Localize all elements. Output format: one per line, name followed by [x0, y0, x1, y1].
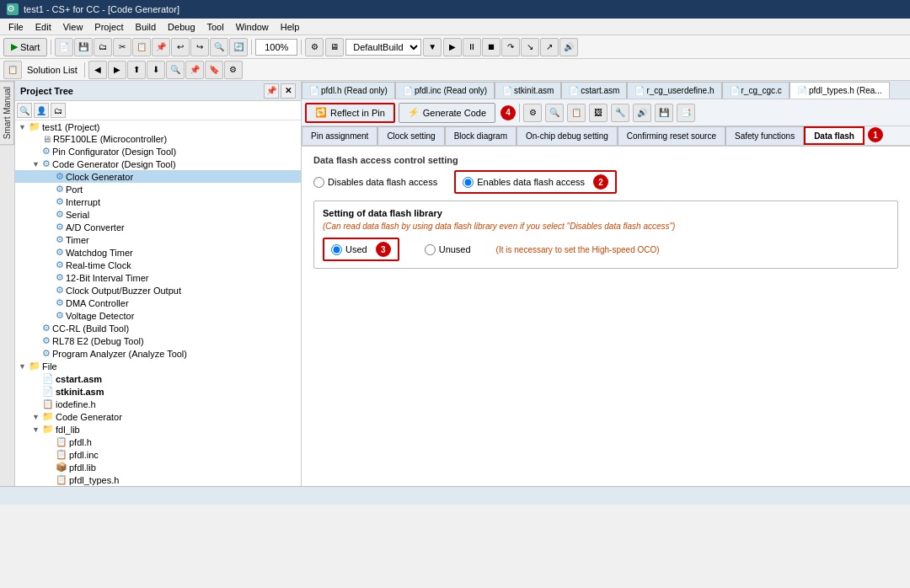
- config-icon-btn2[interactable]: 🖥: [325, 38, 344, 56]
- tab-data-flash[interactable]: Data flash: [804, 126, 864, 145]
- tb2-btn4[interactable]: ⬇: [147, 61, 165, 79]
- tree-item-port[interactable]: ⚙ Port: [15, 183, 301, 195]
- build-config-select[interactable]: DefaultBuild: [345, 39, 421, 56]
- tree-item-interrupt[interactable]: ⚙ Interrupt: [15, 195, 301, 208]
- tree-item-rl78[interactable]: ⚙ RL78 E2 (Debug Tool): [15, 334, 301, 347]
- used-radio[interactable]: [331, 244, 342, 255]
- menu-help[interactable]: Help: [276, 21, 305, 33]
- tab-pin-assignment[interactable]: Pin assignment: [302, 126, 377, 145]
- dropdown-arrow[interactable]: ▼: [423, 38, 442, 56]
- tb2-btn1[interactable]: ◀: [88, 61, 107, 79]
- tree-item-watchdog[interactable]: ⚙ Watchdog Timer: [15, 246, 301, 259]
- menu-tool[interactable]: Tool: [202, 21, 229, 33]
- menu-project[interactable]: Project: [89, 21, 128, 33]
- tree-item-cstart[interactable]: 📄 cstart.asm: [15, 372, 301, 385]
- undo-btn[interactable]: ↩: [171, 38, 190, 56]
- disable-radio[interactable]: [313, 177, 324, 188]
- tree-item-dma[interactable]: ⚙ DMA Controller: [15, 297, 301, 309]
- tree-item-cc-rl[interactable]: ⚙ CC-RL (Build Tool): [15, 322, 301, 334]
- copy-btn[interactable]: 📋: [132, 38, 151, 56]
- tree-item-pfdl-inc[interactable]: 📋 pfdl.inc: [15, 448, 301, 461]
- menu-window[interactable]: Window: [231, 21, 274, 33]
- enable-radio-label[interactable]: Enables data flash access: [463, 177, 585, 188]
- tool-btn1[interactable]: ⚙: [523, 104, 542, 122]
- unused-radio-label[interactable]: Unused: [425, 244, 471, 255]
- debug-btn7[interactable]: 🔊: [559, 38, 578, 56]
- smart-manual-tab[interactable]: Smart Manual: [0, 81, 14, 145]
- tab-onchip-debug[interactable]: On-chip debug setting: [517, 126, 618, 145]
- tb2-btn7[interactable]: 🔖: [205, 61, 223, 79]
- menu-build[interactable]: Build: [131, 21, 161, 33]
- start-button[interactable]: ▶ Start: [3, 38, 47, 56]
- menu-file[interactable]: File: [3, 21, 29, 33]
- file-tab-pfdl-types[interactable]: 📄 pfdl_types.h (Rea...: [790, 82, 890, 99]
- tree-item-code-gen[interactable]: ▼ ⚙ Code Generator (Design Tool): [15, 158, 301, 170]
- tree-item-clock-out[interactable]: ⚙ Clock Output/Buzzer Output: [15, 284, 301, 297]
- replace-btn[interactable]: 🔄: [229, 38, 248, 56]
- find-btn[interactable]: 🔍: [210, 38, 228, 56]
- enable-radio[interactable]: [463, 177, 474, 188]
- sidebar-tool1[interactable]: 🔍: [17, 103, 32, 118]
- tree-item-file[interactable]: ▼ 📁 File: [15, 360, 301, 372]
- debug-btn6[interactable]: ↗: [540, 38, 559, 56]
- reflect-in-pin-btn[interactable]: 🔁 Reflect in Pin: [305, 103, 395, 123]
- tree-item-stkinit[interactable]: 📄 stkinit.asm: [15, 385, 301, 398]
- debug-btn5[interactable]: ↘: [521, 38, 539, 56]
- tree-item-voltage[interactable]: ⚙ Voltage Detector: [15, 309, 301, 322]
- tree-item-code-gen-file[interactable]: ▼ 📁 Code Generator: [15, 410, 301, 423]
- tree-item-pin-cfg[interactable]: ⚙ Pin Configurator (Design Tool): [15, 145, 301, 158]
- debug-btn1[interactable]: ▶: [443, 38, 462, 56]
- save-btn[interactable]: 💾: [74, 38, 93, 56]
- menu-debug[interactable]: Debug: [163, 21, 200, 33]
- tree-item-prog-analyzer[interactable]: ⚙ Program Analyzer (Analyze Tool): [15, 347, 301, 360]
- debug-btn4[interactable]: ↷: [501, 38, 520, 56]
- menu-view[interactable]: View: [58, 21, 88, 33]
- paste-btn[interactable]: 📌: [152, 38, 170, 56]
- tree-item-r5f[interactable]: 🖥 R5F100LE (Microcontroller): [15, 133, 301, 145]
- tool-btn7[interactable]: 💾: [655, 104, 673, 122]
- tree-item-rtc[interactable]: ⚙ Real-time Clock: [15, 259, 301, 271]
- file-tab-cstart[interactable]: 📄 cstart.asm: [561, 82, 627, 99]
- sol-list-icon[interactable]: 📋: [3, 61, 22, 79]
- debug-btn2[interactable]: ⏸: [463, 38, 481, 56]
- sidebar-close-btn[interactable]: ✕: [281, 83, 296, 99]
- tree-item-test1[interactable]: ▼ 📁 test1 (Project): [15, 120, 301, 133]
- tab-clock-setting[interactable]: Clock setting: [377, 126, 444, 145]
- tool-btn6[interactable]: 🔊: [633, 104, 651, 122]
- tree-item-adc[interactable]: ⚙ A/D Converter: [15, 221, 301, 233]
- tree-item-fdl-lib[interactable]: ▼ 📁 fdl_lib: [15, 423, 301, 436]
- tool-btn2[interactable]: 🔍: [545, 104, 564, 122]
- tree-item-clock-gen[interactable]: ⚙ Clock Generator: [15, 170, 301, 183]
- tab-reset-source[interactable]: Confirming reset source: [618, 126, 725, 145]
- tree-item-iodefine[interactable]: 📋 iodefine.h: [15, 398, 301, 410]
- tree-item-12bit[interactable]: ⚙ 12-Bit Interval Timer: [15, 271, 301, 284]
- tool-btn4[interactable]: 🖼: [589, 104, 608, 122]
- tb2-btn2[interactable]: ▶: [108, 61, 126, 79]
- tool-btn3[interactable]: 📋: [567, 104, 586, 122]
- save-all-btn[interactable]: 🗂: [94, 38, 112, 56]
- tree-item-pfdl-h[interactable]: 📋 pfdl.h: [15, 436, 301, 448]
- tb2-btn5[interactable]: 🔍: [166, 61, 185, 79]
- menu-edit[interactable]: Edit: [30, 21, 56, 33]
- generate-code-btn[interactable]: ⚡ Generate Code: [399, 103, 495, 123]
- tool-btn8[interactable]: 📑: [677, 104, 695, 122]
- tree-item-serial[interactable]: ⚙ Serial: [15, 208, 301, 221]
- tb2-btn3[interactable]: ⬆: [127, 61, 146, 79]
- tab-safety-functions[interactable]: Safety functions: [725, 126, 804, 145]
- tb2-btn6[interactable]: 📌: [185, 61, 204, 79]
- tb2-btn8[interactable]: ⚙: [224, 61, 243, 79]
- tree-item-pfdl-types[interactable]: 📋 pfdl_types.h: [15, 473, 301, 486]
- new-file-btn[interactable]: 📄: [55, 38, 73, 56]
- redo-btn[interactable]: ↪: [190, 38, 209, 56]
- tree-item-pfdl-lib[interactable]: 📦 pfdl.lib: [15, 461, 301, 473]
- tool-btn5[interactable]: 🔧: [611, 104, 629, 122]
- file-tab-pfdl-inc[interactable]: 📄 pfdl.inc (Read only): [395, 82, 495, 99]
- unused-radio[interactable]: [425, 244, 436, 255]
- file-tab-cgc[interactable]: 📄 r_cg_cgc.c: [722, 82, 790, 99]
- config-icon-btn[interactable]: ⚙: [305, 38, 324, 56]
- file-tab-pfdl-h[interactable]: 📄 pfdl.h (Read only): [302, 82, 395, 99]
- tab-block-diagram[interactable]: Block diagram: [445, 126, 517, 145]
- sidebar-tool2[interactable]: 👤: [34, 103, 49, 118]
- tree-item-timer[interactable]: ⚙ Timer: [15, 233, 301, 246]
- debug-btn3[interactable]: ⏹: [482, 38, 500, 56]
